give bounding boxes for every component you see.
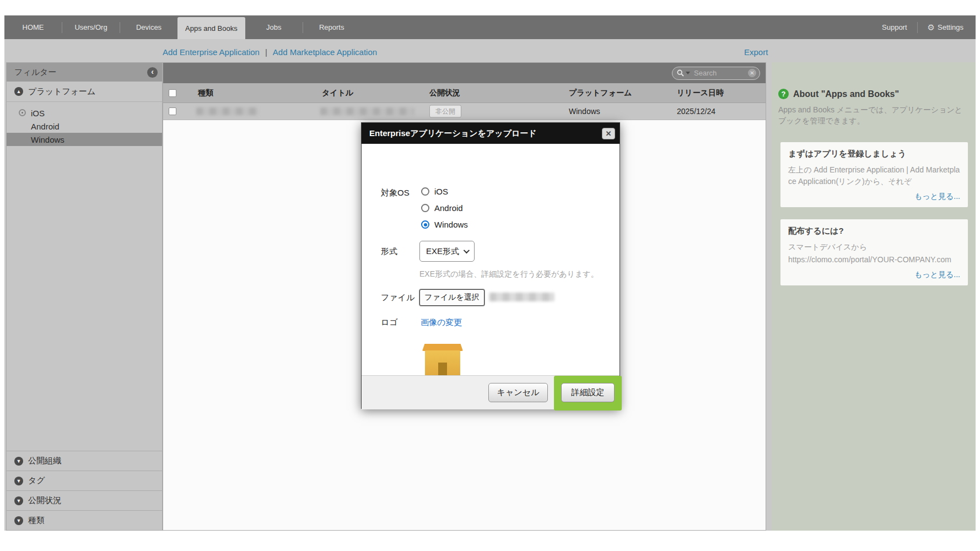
radio-icon [421,204,429,212]
search-input[interactable]: Search ✕ [672,67,760,80]
support-link[interactable]: Support [882,23,907,31]
nav-separator [917,22,918,33]
help-panel: ? About "Apps and Books" Apps and Books … [772,62,976,531]
about-title: About "Apps and Books" [793,89,899,99]
os-radio-ios[interactable]: iOS [421,187,448,196]
see-more-link[interactable]: もっと見る... [788,270,960,280]
modal-footer: キャンセル 詳細設定 [362,375,620,409]
add-enterprise-application-link[interactable]: Add Enterprise Application [163,47,260,57]
help-card-text: 左上の Add Enterprise Application | Add Mar… [788,164,960,187]
nav-tab-users-org[interactable]: Users/Org [62,15,120,39]
search-scope-caret-icon[interactable] [686,72,690,74]
accordion-label: 公開組織 [28,456,61,466]
about-section: ? About "Apps and Books" Apps and Books … [772,62,976,127]
filter-item-android[interactable]: Android [7,120,162,133]
nav-tab-devices[interactable]: Devices [120,15,177,39]
radio-indicator-icon [19,109,26,116]
radio-label: Windows [434,220,468,229]
radio-label: Android [434,203,463,213]
gear-icon: ⚙ [928,23,935,31]
upload-enterprise-app-modal: Enterpriseアプリケーションをアップロード ✕ 対象OS iOS And… [361,122,620,409]
help-card-text: スマートデバイスから [788,241,960,253]
cancel-button[interactable]: キャンセル [488,383,548,402]
search-clear-icon[interactable]: ✕ [748,69,756,77]
os-radio-windows[interactable]: Windows [421,220,468,229]
chevron-down-circle-icon: ▼ [14,477,23,485]
redacted-title-cell [320,107,414,115]
accordion-label: 種類 [28,515,45,526]
export-link[interactable]: Export [744,47,768,57]
target-os-label: 対象OS [381,188,410,198]
help-card-title: 配布するには? [788,226,960,236]
table-row[interactable]: 非公開 Windows 2025/12/24 [163,103,766,120]
chevron-down-circle-icon: ▼ [14,457,23,466]
accordion-label: 公開状況 [28,495,61,506]
radio-label: iOS [434,187,448,196]
release-date-cell: 2025/12/24 [677,107,715,116]
accordion-label: タグ [28,476,45,486]
settings-label: Settings [938,23,963,31]
column-header-type[interactable]: 種類 [198,88,213,98]
search-icon [677,69,684,77]
format-selected-value: EXE形式 [426,246,459,257]
screen: HOME Users/Org Devices Apps and Books Jo… [0,0,980,551]
row-checkbox[interactable] [169,107,176,115]
format-note: EXE形式の場合、詳細設定を行う必要があります。 [419,269,599,279]
platform-group-label: プラットフォーム [28,87,95,97]
nav-right-group: Support ⚙ Settings [882,15,976,39]
select-all-checkbox[interactable] [169,89,176,97]
filter-item-label: Android [31,122,60,131]
redacted-filename [489,293,554,301]
nav-tab-home[interactable]: HOME [4,15,62,39]
choose-file-button[interactable]: ファイルを選択 [419,289,484,306]
filter-sidebar: フィルター ‹ ▲ プラットフォーム iOS Android Windows [6,62,163,531]
package-box-icon [422,344,463,379]
link-divider: | [265,47,267,57]
filter-group-published-org[interactable]: ▼ 公開組織 [7,451,162,471]
column-header-platform[interactable]: プラットフォーム [569,88,632,98]
chevron-down-icon [464,247,470,253]
radio-icon [421,187,429,196]
chevron-up-circle-icon: ▲ [14,87,23,96]
filter-group-tags[interactable]: ▼ タグ [7,471,162,490]
filter-title: フィルター [14,67,56,78]
help-card-distribute: 配布するには? スマートデバイスから https://clomo.com/por… [780,219,968,285]
action-links: Add Enterprise Application | Add Marketp… [163,47,377,57]
chevron-down-circle-icon: ▼ [14,516,23,525]
filter-header: フィルター ‹ [7,63,162,82]
nav-tab-reports[interactable]: Reports [303,15,360,39]
chevron-down-circle-icon: ▼ [14,496,23,505]
nav-tab-jobs[interactable]: Jobs [245,15,303,39]
filter-item-windows[interactable]: Windows [7,133,162,146]
modal-title: Enterpriseアプリケーションをアップロード [369,128,537,139]
os-radio-android[interactable]: Android [421,203,463,213]
advanced-settings-button[interactable]: 詳細設定 [561,383,615,402]
platform-cell: Windows [569,107,600,116]
column-header-status[interactable]: 公開状況 [429,88,460,98]
help-question-icon: ? [778,89,789,99]
filter-item-ios[interactable]: iOS [7,106,162,120]
list-toolbar: Search ✕ [163,63,766,83]
format-select[interactable]: EXE形式 [419,241,475,262]
status-badge: 非公開 [429,105,461,118]
settings-link[interactable]: ⚙ Settings [928,23,963,31]
filter-item-label: Windows [31,135,64,144]
sidebar-collapse-button[interactable]: ‹ [147,67,158,78]
column-header-title[interactable]: タイトル [322,88,353,98]
filter-group-platform[interactable]: ▲ プラットフォーム [7,82,162,102]
change-image-link[interactable]: 画像の変更 [421,317,462,328]
see-more-link[interactable]: もっと見る... [788,192,960,202]
filter-group-type[interactable]: ▼ 種類 [7,510,162,530]
highlight-box: 詳細設定 [554,376,622,410]
column-header-release[interactable]: リリース日時 [677,88,724,98]
close-icon[interactable]: ✕ [602,128,615,139]
filter-group-publish-status[interactable]: ▼ 公開状況 [7,490,162,510]
platform-item-list: iOS Android Windows [7,102,162,149]
add-marketplace-application-link[interactable]: Add Marketplace Application [273,47,377,57]
modal-titlebar: Enterpriseアプリケーションをアップロード ✕ [362,123,620,144]
format-label: 形式 [381,246,397,257]
nav-tab-apps-and-books[interactable]: Apps and Books [177,17,245,39]
about-text: Apps and Books メニューでは、アプリケーションとブックを管理できま… [778,104,968,127]
logo-label: ロゴ [381,317,398,328]
filter-item-label: iOS [31,109,45,118]
